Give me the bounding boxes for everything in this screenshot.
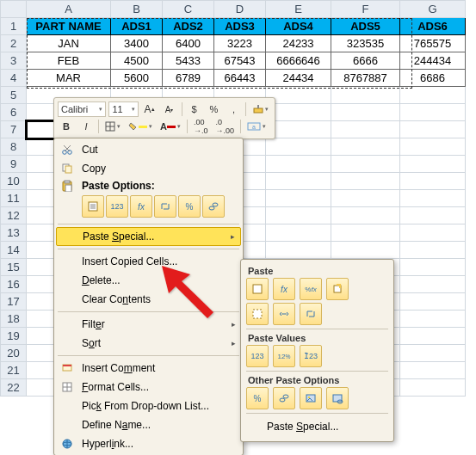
row-header-4[interactable]: 4	[1, 70, 27, 87]
cell-B1[interactable]: ADS1	[111, 18, 163, 35]
sub-linked-picture[interactable]	[326, 387, 349, 409]
menu-cut[interactable]: Cut	[56, 140, 241, 159]
menu-define-name[interactable]: Define Name...	[56, 415, 241, 434]
row-header-14[interactable]: 14	[1, 242, 27, 259]
row-header-22[interactable]: 22	[1, 379, 27, 397]
sub-values[interactable]: 123	[246, 345, 269, 367]
row-header-1[interactable]: 1	[1, 18, 27, 35]
col-header-B[interactable]: B	[111, 1, 163, 18]
row-header-20[interactable]: 20	[1, 345, 27, 362]
cell-G4[interactable]: 6686	[400, 70, 466, 87]
cell-E1[interactable]: ADS4	[266, 18, 331, 35]
cell-A3[interactable]: FEB	[27, 52, 111, 70]
paste-formatting-button[interactable]: %	[178, 195, 201, 218]
row-header-10[interactable]: 10	[1, 173, 27, 190]
col-header-C[interactable]: C	[163, 1, 214, 18]
sub-formatting[interactable]: %	[246, 387, 269, 409]
paste-transpose-button[interactable]	[154, 195, 176, 218]
sub-paste-formulas-num[interactable]: %fx	[300, 278, 322, 300]
sub-values-src-fmt[interactable]: 1̂23	[300, 345, 322, 367]
sub-paste-special-dialog[interactable]: Paste Special...	[246, 417, 388, 436]
row-header-11[interactable]: 11	[1, 190, 27, 207]
shrink-font-button[interactable]: A▾	[161, 101, 178, 117]
col-header-G[interactable]: G	[400, 1, 466, 18]
menu-format-cells[interactable]: Format Cells...	[56, 378, 241, 397]
row-header-21[interactable]: 21	[1, 362, 27, 379]
sub-paste-transpose[interactable]	[300, 303, 322, 325]
cell-F3[interactable]: 6666	[331, 52, 400, 70]
col-header-F[interactable]: F	[331, 1, 400, 18]
sub-paste-no-borders[interactable]	[246, 303, 269, 325]
increase-decimal-button[interactable]: .0→.00	[213, 119, 237, 134]
sub-paste-all[interactable]	[246, 278, 269, 300]
sub-paste-col-widths[interactable]	[273, 303, 295, 325]
cell-D1[interactable]: ADS3	[214, 18, 266, 35]
borders-button[interactable]	[102, 119, 123, 134]
row-header-2[interactable]: 2	[1, 35, 27, 52]
row-header-8[interactable]: 8	[1, 138, 27, 156]
sub-paste-link[interactable]	[273, 387, 295, 409]
cell-G3[interactable]: 244434	[400, 52, 466, 70]
row-header-3[interactable]: 3	[1, 52, 27, 70]
percent-format-button[interactable]: %	[205, 101, 222, 117]
row-header-18[interactable]: 18	[1, 311, 27, 328]
select-all-corner[interactable]	[1, 1, 27, 18]
accounting-format-button[interactable]: $	[185, 101, 202, 117]
cell-B2[interactable]: 3400	[111, 35, 163, 52]
merge-center-button[interactable]: a	[244, 119, 269, 134]
row-header-13[interactable]: 13	[1, 224, 27, 242]
menu-insert-copied[interactable]: Insert Copied Cells...	[56, 252, 241, 271]
cell-F2[interactable]: 323535	[331, 35, 400, 52]
menu-paste-special[interactable]: Paste Special...	[56, 227, 241, 246]
cell-A1[interactable]: PART NAME	[27, 18, 111, 35]
row-header-16[interactable]: 16	[1, 276, 27, 293]
italic-button[interactable]: I	[77, 119, 95, 134]
sub-paste-keep-src-fmt[interactable]	[326, 278, 349, 300]
menu-delete[interactable]: Delete...	[56, 271, 241, 290]
row-header-19[interactable]: 19	[1, 328, 27, 345]
sub-values-num[interactable]: 12%	[273, 345, 295, 367]
cell-B4[interactable]: 5600	[111, 70, 163, 87]
menu-hyperlink[interactable]: Hyperlink...	[56, 434, 241, 453]
font-size-combo[interactable]: 11	[108, 101, 138, 117]
cell-G1[interactable]: ADS6	[400, 18, 466, 35]
cell-C3[interactable]: 5433	[163, 52, 214, 70]
cell-G2[interactable]: 765575	[400, 35, 466, 52]
row-header-5[interactable]: 5	[1, 87, 27, 104]
col-header-D[interactable]: D	[214, 1, 266, 18]
cell-D2[interactable]: 3223	[214, 35, 266, 52]
paste-all-button[interactable]	[82, 195, 104, 218]
cell-D3[interactable]: 67543	[214, 52, 266, 70]
paste-values-button[interactable]: 123	[106, 195, 128, 218]
cell-A4[interactable]: MAR	[27, 70, 111, 87]
cell-F1[interactable]: ADS5	[331, 18, 400, 35]
cell-D4[interactable]: 66443	[214, 70, 266, 87]
cell-B3[interactable]: 4500	[111, 52, 163, 70]
cell-F4[interactable]: 8767887	[331, 70, 400, 87]
row-header-7[interactable]: 7	[1, 121, 27, 138]
font-color-button[interactable]: A	[158, 119, 183, 134]
cell-C1[interactable]: ADS2	[163, 18, 214, 35]
sub-paste-formulas[interactable]: fx	[273, 278, 295, 300]
menu-clear-contents[interactable]: Clear Contents	[56, 290, 241, 309]
cell-E3[interactable]: 6666646	[266, 52, 331, 70]
decrease-decimal-button[interactable]: .00→.0	[191, 119, 211, 134]
row-header-12[interactable]: 12	[1, 207, 27, 224]
cell-E2[interactable]: 24233	[266, 35, 331, 52]
row-header-9[interactable]: 9	[1, 156, 27, 173]
font-name-combo[interactable]: Calibri	[58, 101, 106, 117]
grow-font-button[interactable]: A▴	[141, 101, 158, 117]
row-header-6[interactable]: 6	[1, 104, 27, 121]
menu-insert-comment[interactable]: Insert Comment	[56, 359, 241, 378]
col-header-E[interactable]: E	[266, 1, 331, 18]
menu-pick-from-list[interactable]: Pick From Drop-down List...	[56, 397, 241, 415]
row-header-17[interactable]: 17	[1, 293, 27, 311]
menu-filter[interactable]: Filter	[56, 315, 241, 334]
cell-C2[interactable]: 6400	[163, 35, 214, 52]
cell-C4[interactable]: 6789	[163, 70, 214, 87]
fill-color-button[interactable]	[126, 119, 155, 134]
cell-E4[interactable]: 24434	[266, 70, 331, 87]
comma-format-button[interactable]: ,	[225, 101, 242, 117]
row-header-15[interactable]: 15	[1, 259, 27, 276]
bold-button[interactable]: B	[58, 119, 75, 134]
